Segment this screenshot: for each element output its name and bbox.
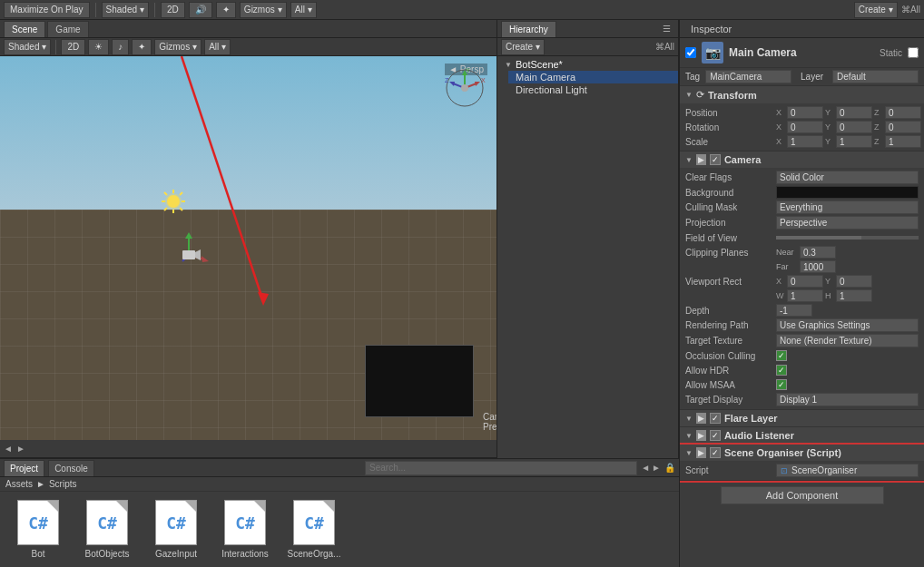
hierarchy-item-main-camera[interactable]: Main Camera: [508, 71, 678, 83]
projection-dropdown[interactable]: Perspective: [776, 216, 919, 230]
scale-y-input[interactable]: [836, 135, 872, 148]
audio-button[interactable]: 🔊: [189, 2, 212, 18]
maximize-on-play-button[interactable]: Maximize On Play: [4, 2, 90, 18]
breadcrumb-scripts[interactable]: Scripts: [49, 479, 77, 489]
tag-dropdown[interactable]: MainCamera: [705, 70, 791, 83]
rendering-path-dropdown[interactable]: Use Graphics Settings: [776, 318, 919, 332]
rotation-x-input[interactable]: [787, 121, 823, 133]
scene-all-dropdown[interactable]: All ▾: [204, 39, 231, 55]
background-color-swatch[interactable]: [776, 186, 919, 199]
target-texture-dropdown[interactable]: None (Render Texture): [776, 334, 919, 347]
gizmos-dropdown[interactable]: Gizmos ▾: [240, 2, 287, 18]
hierarchy-item-directional-light[interactable]: Directional Light: [508, 83, 678, 96]
scene-fx-btn[interactable]: ✦: [132, 39, 152, 55]
hierarchy-tab[interactable]: Hierarchy: [501, 21, 556, 37]
script-ref-field[interactable]: ⊡ SceneOrganiser: [776, 464, 919, 477]
transform-content: Position X Y Z Rotation X: [680, 103, 924, 151]
assets-scroll-right-icon[interactable]: ►: [652, 463, 661, 473]
all-dropdown[interactable]: All ▾: [290, 2, 317, 18]
game-tab[interactable]: Game: [47, 21, 88, 37]
viewport-h-input[interactable]: [836, 289, 872, 302]
assets-scroll-left-icon[interactable]: ◄: [641, 463, 650, 473]
depth-row: Depth: [680, 303, 924, 318]
svg-line-19: [180, 192, 182, 195]
breadcrumb-assets[interactable]: Assets: [5, 479, 33, 489]
scale-z-input[interactable]: [885, 135, 921, 148]
scene-organiser-header[interactable]: ▼ ▶ Scene Organiser (Script): [680, 445, 924, 461]
far-input[interactable]: [800, 260, 836, 273]
scroll-right-icon[interactable]: ►: [16, 444, 25, 454]
light-item-label: Directional Light: [516, 84, 587, 95]
2d-button[interactable]: 2D: [161, 2, 185, 18]
camera-header[interactable]: ▼ ▶ Camera: [680, 152, 924, 168]
script-interactions[interactable]: C# Interactions: [218, 500, 272, 559]
scene-gizmos-dropdown[interactable]: Gizmos ▾: [154, 39, 202, 55]
scene-lighting-btn[interactable]: ☀: [88, 39, 109, 55]
fx-button[interactable]: ✦: [216, 2, 236, 18]
transform-header[interactable]: ▼ ⟳ Transform: [680, 86, 924, 103]
assets-tab[interactable]: Project: [4, 460, 44, 476]
allow-hdr-checkbox[interactable]: [776, 365, 787, 376]
layer-dropdown[interactable]: Default: [832, 70, 919, 83]
position-y-input[interactable]: [836, 106, 872, 119]
console-tab[interactable]: Console: [48, 460, 94, 476]
hierarchy-scene-root[interactable]: ▼ BotScene*: [497, 58, 678, 71]
static-checkbox[interactable]: [908, 47, 919, 58]
occlusion-checkbox[interactable]: [776, 350, 787, 361]
breadcrumb-sep: ►: [36, 479, 45, 489]
script-bot[interactable]: C# Bot: [11, 500, 65, 559]
svg-text:X: X: [481, 77, 486, 83]
scene-view[interactable]: ◄ Persp: [0, 56, 496, 440]
audio-listener-title: Audio Listener: [724, 430, 794, 441]
scroll-left-icon[interactable]: ◄: [4, 444, 13, 454]
svg-point-7: [461, 84, 468, 92]
viewport-x-input[interactable]: [787, 275, 823, 288]
rotation-y-input[interactable]: [836, 121, 872, 133]
viewport-y-input[interactable]: [836, 275, 872, 288]
inspector-tab[interactable]: Inspector: [683, 23, 739, 35]
sep-scene: [55, 40, 56, 54]
assets-search-input[interactable]: [365, 461, 637, 475]
scene-tab[interactable]: Scene: [4, 21, 45, 37]
position-z-input[interactable]: [885, 106, 921, 119]
assets-lock-icon[interactable]: 🔒: [664, 463, 675, 473]
add-component-button[interactable]: Add Component: [721, 486, 884, 504]
position-row: Position X Y Z: [680, 105, 924, 120]
viewport-w-input[interactable]: [787, 289, 823, 302]
flare-layer-header[interactable]: ▼ ▶ Flare Layer: [680, 410, 924, 426]
target-texture-label: Target Texture: [685, 336, 776, 346]
position-x-input[interactable]: [787, 106, 823, 119]
hierarchy-options[interactable]: ☰: [663, 24, 674, 34]
culling-mask-dropdown[interactable]: Everything: [776, 200, 919, 214]
object-enabled-checkbox[interactable]: [685, 47, 696, 58]
script-botobjects-label: BotObjects: [85, 549, 130, 559]
audio-enabled-checkbox[interactable]: [710, 430, 721, 441]
script-botobjects[interactable]: C# BotObjects: [80, 500, 134, 559]
allow-msaa-checkbox[interactable]: [776, 379, 787, 390]
separator-1: [95, 3, 96, 17]
shaded-dropdown[interactable]: Shaded ▾: [102, 2, 149, 18]
script-cs-label-gazeinput: C#: [166, 513, 186, 533]
fov-slider[interactable]: [776, 236, 919, 240]
organiser-enabled-checkbox[interactable]: [710, 447, 721, 458]
scene-2d-btn[interactable]: 2D: [61, 39, 85, 55]
background-value: [776, 186, 919, 199]
target-display-dropdown[interactable]: Display 1: [776, 393, 919, 406]
script-sceneorga[interactable]: C# SceneOrga...: [287, 500, 341, 559]
clear-flags-dropdown[interactable]: Solid Color: [776, 171, 919, 184]
script-gazeinput[interactable]: C# GazeInput: [149, 500, 203, 559]
scene-shaded-dropdown[interactable]: Shaded ▾: [4, 39, 51, 55]
depth-input[interactable]: [776, 304, 812, 317]
flare-enabled-checkbox[interactable]: [710, 413, 721, 424]
clear-flags-row: Clear Flags Solid Color: [680, 170, 924, 185]
create-dropdown[interactable]: Create ▾: [854, 2, 898, 18]
culling-mask-label: Culling Mask: [685, 202, 776, 212]
audio-listener-header[interactable]: ▼ ▶ Audio Listener: [680, 427, 924, 444]
camera-enabled-checkbox[interactable]: [710, 154, 721, 165]
audio-listener-section: ▼ ▶ Audio Listener: [680, 427, 924, 445]
scale-x-input[interactable]: [787, 135, 823, 148]
scene-audio-btn[interactable]: ♪: [112, 39, 129, 55]
near-input[interactable]: [800, 246, 836, 259]
hierarchy-create-dropdown[interactable]: Create ▾: [501, 39, 545, 55]
rotation-z-input[interactable]: [885, 121, 921, 133]
